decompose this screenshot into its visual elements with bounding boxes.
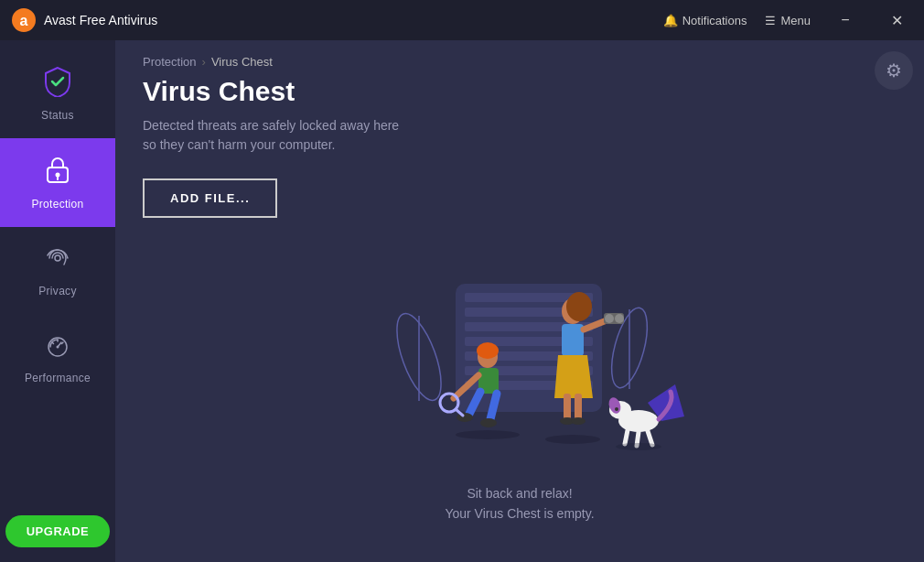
page-header: Virus Chest Detected threats are safely … xyxy=(115,76,924,169)
speedometer-icon xyxy=(43,330,72,364)
empty-state-text: Sit back and relax! Your Virus Chest is … xyxy=(445,483,594,524)
lock-icon xyxy=(44,155,71,190)
svg-point-29 xyxy=(571,417,586,425)
upgrade-button[interactable]: UPGRADE xyxy=(5,515,109,547)
app-logo: a Avast Free Antivirus xyxy=(11,7,157,33)
main-layout: Status Protection xyxy=(0,40,924,562)
notifications-button[interactable]: 🔔 Notifications xyxy=(663,14,747,27)
svg-point-39 xyxy=(457,413,473,422)
svg-point-35 xyxy=(477,342,499,359)
svg-point-33 xyxy=(615,314,624,323)
virus-chest-illustration xyxy=(346,256,693,476)
content-area: ⚙ Protection › Virus Chest Virus Chest D… xyxy=(115,40,924,562)
settings-button[interactable]: ⚙ xyxy=(875,51,913,90)
sidebar-item-privacy[interactable]: Privacy xyxy=(0,227,115,314)
breadcrumb-separator: › xyxy=(202,55,206,69)
svg-line-48 xyxy=(625,430,628,444)
close-button[interactable]: ✕ xyxy=(880,4,913,37)
svg-point-53 xyxy=(616,443,661,450)
minimize-button[interactable]: − xyxy=(829,4,862,37)
svg-rect-24 xyxy=(562,324,584,356)
app-title: Avast Free Antivirus xyxy=(44,13,157,27)
svg-point-51 xyxy=(456,430,520,439)
page-desc-line2: so they can't harm your computer. xyxy=(143,137,335,152)
page-desc-line1: Detected threats are safely locked away … xyxy=(143,118,399,133)
sidebar-item-performance[interactable]: Performance xyxy=(0,314,115,401)
page-description: Detected threats are safely locked away … xyxy=(143,116,897,155)
add-file-button[interactable]: ADD FILE... xyxy=(143,178,277,218)
sidebar-item-status[interactable]: Status xyxy=(0,49,115,138)
svg-line-50 xyxy=(648,431,652,445)
sidebar-status-label: Status xyxy=(41,109,74,122)
menu-label: Menu xyxy=(780,14,811,27)
title-bar: a Avast Free Antivirus 🔔 Notifications ☰… xyxy=(0,0,924,40)
sidebar-performance-label: Performance xyxy=(25,372,91,384)
svg-rect-26 xyxy=(564,394,571,421)
notifications-label: Notifications xyxy=(682,14,747,27)
sidebar-protection-label: Protection xyxy=(31,198,83,211)
shield-icon xyxy=(42,66,73,102)
svg-point-47 xyxy=(615,407,618,411)
breadcrumb: Protection › Virus Chest xyxy=(115,40,924,76)
svg-text:a: a xyxy=(20,13,28,28)
bell-icon: 🔔 xyxy=(663,14,678,27)
empty-line2: Your Virus Chest is empty. xyxy=(445,503,594,524)
svg-point-23 xyxy=(566,292,592,321)
sidebar-privacy-label: Privacy xyxy=(38,285,76,297)
fingerprint-icon xyxy=(43,243,72,277)
sidebar: Status Protection xyxy=(0,40,115,562)
svg-rect-27 xyxy=(575,394,582,421)
menu-button[interactable]: ☰ Menu xyxy=(765,14,811,27)
sidebar-item-protection[interactable]: Protection xyxy=(0,138,115,227)
avast-logo-icon: a xyxy=(11,7,37,33)
page-title: Virus Chest xyxy=(143,76,897,107)
svg-point-40 xyxy=(480,418,497,427)
svg-point-32 xyxy=(605,314,614,323)
svg-marker-25 xyxy=(554,355,593,398)
svg-point-52 xyxy=(545,435,600,444)
menu-icon: ☰ xyxy=(765,14,776,27)
svg-point-8 xyxy=(57,346,59,349)
title-bar-actions: 🔔 Notifications ☰ Menu − ✕ xyxy=(663,4,913,37)
gear-icon: ⚙ xyxy=(886,59,902,81)
breadcrumb-parent: Protection xyxy=(143,55,197,69)
empty-line1: Sit back and relax! xyxy=(445,483,594,503)
illustration-area: Sit back and relax! Your Virus Chest is … xyxy=(115,227,924,562)
breadcrumb-current: Virus Chest xyxy=(211,55,273,69)
svg-point-5 xyxy=(55,255,60,261)
